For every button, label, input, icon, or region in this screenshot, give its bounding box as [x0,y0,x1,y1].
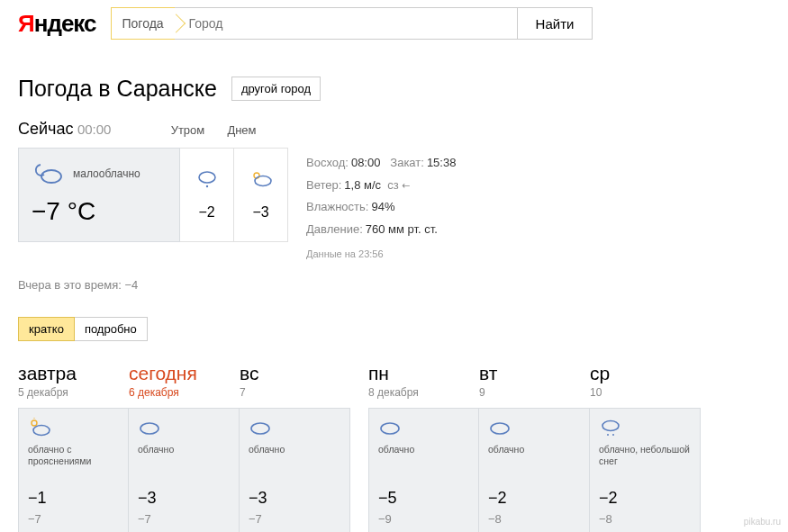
day-date: 6 декабря [129,386,240,399]
day-condition: облачно [138,444,230,469]
cloud-snow-icon [599,418,691,439]
forecast-group: завтра5 декабряоблачно с прояснениями−1−… [18,363,350,532]
sun-cloud-icon [249,169,273,189]
logo[interactable]: Яндекс [18,10,96,38]
condition-text: малооблачно [73,167,140,180]
cloud-icon [488,418,580,439]
day-title: пн [368,363,479,384]
day-condition: облачно, небольшой снег [599,444,691,469]
svg-point-13 [607,434,609,436]
day-condition: облачно [488,444,580,469]
day-card: облачно, небольшой снег−2−8 [590,408,701,532]
svg-point-7 [33,425,50,435]
day-title: завтра [18,363,129,384]
forecast-row: завтра5 декабряоблачно с прояснениями−1−… [18,363,770,532]
svg-point-10 [381,423,399,434]
day-low: −7 [249,512,340,526]
service-badge[interactable]: Погода [111,7,175,40]
forecast-day[interactable]: завтра5 декабряоблачно с прояснениями−1−… [18,363,129,532]
morning-temp: −2 [198,204,214,221]
day-card: −3 [234,148,288,242]
day-date: 5 декабря [18,386,129,399]
wind-arrow-icon: ↖ [396,176,415,195]
day-low: −8 [488,512,580,526]
day-date: 9 [479,386,590,399]
morning-label: Утром [160,123,214,137]
cloud-icon [249,418,340,439]
svg-point-4 [255,176,271,185]
morning-card: −2 [180,148,234,242]
search-input[interactable] [175,7,517,40]
forecast-day[interactable]: вт9облачно−2−8 [479,363,590,532]
day-high: −1 [28,489,119,508]
day-condition: облачно [249,444,340,469]
search-button[interactable]: Найти [517,7,593,40]
day-high: −5 [378,489,469,508]
day-date: 7 [240,386,350,399]
view-tabs: кратко подробно [18,317,770,341]
svg-point-12 [602,420,619,430]
day-title: вт [479,363,590,384]
day-condition: облачно с прояснениями [28,444,119,469]
page-title: Погода в Саранске [18,76,217,102]
yesterday-temp: Вчера в это время: −4 [18,278,770,292]
forecast-day[interactable]: сегодня6 декабряоблачно−3−7 [129,363,240,532]
search-bar: Погода Найти [111,7,593,40]
now-card: малооблачно −7 °C [18,148,180,242]
day-card: облачно−2−8 [479,408,590,532]
day-label: Днем [214,123,268,137]
svg-point-14 [612,434,614,436]
current-panel: малооблачно −7 °C −2 −3 [18,148,288,264]
day-low: −8 [599,512,691,526]
forecast-group: пн8 декабряоблачно−5−9вт9облачно−2−8ср10… [368,363,701,532]
other-city-button[interactable]: другой город [231,77,321,101]
cloud-icon [138,418,230,439]
day-card: облачно−3−7 [240,408,350,532]
sun-cloud-icon [28,418,119,439]
watermark: pikabu.ru [744,517,781,527]
cloud-icon [378,418,469,439]
day-low: −7 [138,512,230,526]
tab-detail[interactable]: подробно [75,317,148,341]
day-title: вс [240,363,350,384]
cloud-snow-icon [195,169,219,189]
title-row: Погода в Саранске другой город [18,76,770,102]
day-condition: облачно [378,444,469,469]
weather-details: Восход:08:00 Закат:15:38 Ветер:1,8 м/с с… [306,148,456,264]
tab-brief[interactable]: кратко [18,317,75,341]
svg-point-9 [251,423,269,434]
day-high: −3 [138,489,230,508]
day-title: сегодня [129,363,240,384]
forecast-day[interactable]: пн8 декабряоблачно−5−9 [368,363,479,532]
now-label: Сейчас 00:00 [18,120,111,139]
data-timestamp: Данные на 23:56 [306,245,456,264]
svg-point-8 [140,423,159,434]
svg-point-2 [205,185,207,187]
day-title: ср [590,363,701,384]
day-high: −2 [599,489,691,508]
now-temp: −7 °C [32,197,167,226]
day-low: −9 [378,512,469,526]
day-date: 8 декабря [368,386,479,399]
forecast-day[interactable]: вс7облачно−3−7 [240,363,350,532]
day-high: −2 [488,489,580,508]
forecast-day[interactable]: ср10облачно, небольшой снег−2−8 [590,363,701,532]
svg-point-0 [41,170,61,183]
day-date: 10 [590,386,701,399]
svg-point-11 [491,423,509,434]
day-card: облачно−3−7 [129,408,240,532]
day-card: облачно−5−9 [368,408,479,532]
svg-point-1 [199,172,215,183]
day-card: облачно с прояснениями−1−7 [18,408,129,532]
moon-cloud-icon [32,161,64,186]
header: Яндекс Погода Найти [18,7,770,40]
day-high: −3 [249,489,340,508]
svg-point-5 [32,420,37,426]
day-temp: −3 [252,204,268,221]
day-low: −7 [28,512,119,526]
